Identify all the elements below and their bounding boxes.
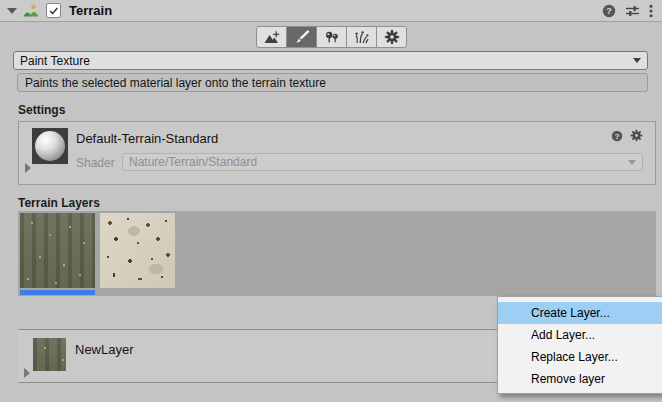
- mountain-plus-icon: [263, 30, 281, 45]
- layer-thumbnail-grass[interactable]: [20, 213, 95, 288]
- component-title: Terrain: [69, 3, 112, 18]
- menu-item-create-layer[interactable]: Create Layer...: [498, 302, 662, 324]
- presets-icon[interactable]: [625, 4, 640, 18]
- inspector-header: Terrain ?: [0, 0, 662, 22]
- material-foldout-icon[interactable]: [25, 163, 31, 173]
- svg-text:?: ?: [606, 6, 612, 16]
- grass-details-icon: [354, 30, 370, 45]
- layer-thumbnail-cliff[interactable]: [100, 213, 175, 288]
- new-layer-name: NewLayer: [75, 342, 134, 357]
- layer-context-menu: Create Layer... Add Layer... Replace Lay…: [497, 296, 662, 394]
- material-sphere-thumbnail: [35, 131, 65, 161]
- enable-checkbox[interactable]: [46, 3, 61, 18]
- terrain-component-icon: [23, 3, 39, 19]
- terrain-settings-button[interactable]: [376, 26, 407, 48]
- terrain-layers-grid[interactable]: [18, 211, 656, 296]
- component-foldout-icon[interactable]: [7, 8, 17, 14]
- menu-item-replace-layer[interactable]: Replace Layer...: [498, 346, 662, 368]
- create-neighbor-terrains-button[interactable]: [256, 26, 287, 48]
- terrain-material-box: Default-Terrain-Standard Shader Nature/T…: [18, 121, 656, 185]
- selected-layer-indicator: [20, 290, 95, 295]
- new-layer-thumbnail[interactable]: [33, 338, 66, 371]
- trees-icon: [324, 30, 340, 45]
- material-preview[interactable]: [32, 128, 68, 164]
- paint-tool-dropdown-value: Paint Texture: [20, 54, 90, 68]
- paint-tool-dropdown[interactable]: Paint Texture: [13, 51, 648, 70]
- terrain-tool-bar: [256, 26, 407, 48]
- chevron-down-icon: [633, 58, 641, 63]
- paint-trees-button[interactable]: [316, 26, 347, 48]
- paint-terrain-button[interactable]: [286, 26, 317, 48]
- terrain-layers-heading: Terrain Layers: [18, 196, 100, 210]
- material-name: Default-Terrain-Standard: [76, 131, 218, 146]
- new-layer-foldout-icon[interactable]: [24, 368, 30, 378]
- paintbrush-icon: [294, 29, 310, 45]
- menu-item-remove-layer[interactable]: Remove layer: [498, 368, 662, 390]
- menu-item-add-layer[interactable]: Add Layer...: [498, 324, 662, 346]
- shader-label: Shader: [76, 156, 115, 170]
- gear-icon: [384, 29, 400, 45]
- svg-text:?: ?: [615, 131, 620, 140]
- tool-description-text: Paints the selected material layer onto …: [25, 76, 326, 90]
- paint-details-button[interactable]: [346, 26, 377, 48]
- check-icon: [48, 5, 59, 16]
- settings-heading: Settings: [18, 103, 65, 117]
- help-icon[interactable]: ?: [602, 4, 616, 18]
- material-gear-icon[interactable]: [630, 129, 643, 142]
- shader-dropdown: Nature/Terrain/Standard: [122, 153, 643, 171]
- shader-dropdown-value: Nature/Terrain/Standard: [129, 155, 257, 169]
- tool-description-box: Paints the selected material layer onto …: [17, 73, 648, 92]
- terrain-inspector: Terrain ?: [0, 0, 662, 402]
- material-help-icon[interactable]: ?: [611, 130, 623, 142]
- chevron-down-icon: [628, 160, 636, 165]
- kebab-menu-icon[interactable]: [649, 4, 653, 18]
